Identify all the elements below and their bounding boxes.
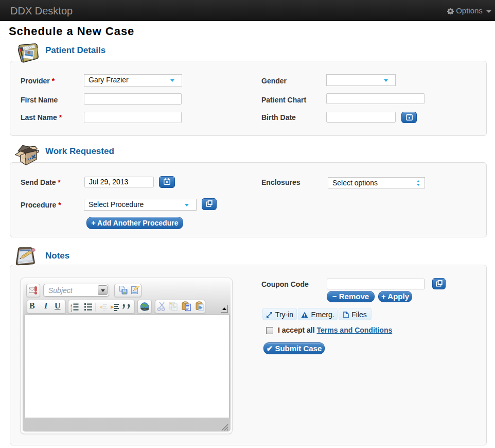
svg-text:3: 3 bbox=[70, 309, 72, 312]
